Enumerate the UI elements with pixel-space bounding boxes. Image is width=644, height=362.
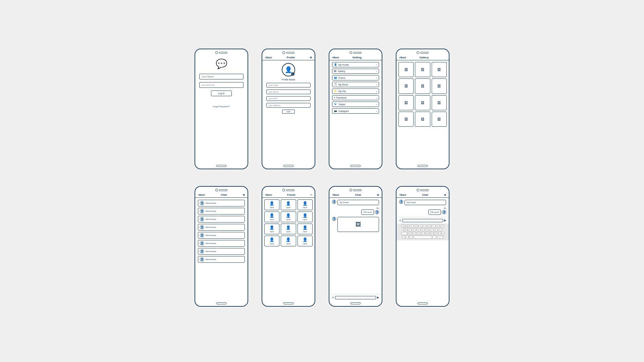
key-j[interactable]: J	[430, 228, 433, 231]
gallery-thumb-10[interactable]: 🖼	[398, 112, 414, 127]
settings-item-music[interactable]: 🎵 My Music »	[332, 82, 379, 87]
key-u[interactable]: U	[427, 225, 431, 228]
key-v[interactable]: V	[421, 232, 425, 235]
key-i[interactable]: I	[432, 225, 435, 228]
friend-item-7[interactable]: 👤 name	[264, 224, 279, 234]
back-button-4[interactable]: «Back	[399, 56, 406, 59]
gallery-thumb-4[interactable]: 🖼	[398, 78, 414, 94]
home-button-3[interactable]	[351, 165, 361, 167]
friend-item-12[interactable]: 👤 name	[298, 236, 313, 246]
home-button-2[interactable]	[283, 165, 293, 167]
settings-icon-8[interactable]: ✿	[444, 194, 446, 196]
gallery-thumb-5[interactable]: 🖼	[415, 78, 430, 94]
birth-field[interactable]	[266, 96, 311, 101]
key-m[interactable]: M	[434, 232, 438, 235]
key-a[interactable]: A	[404, 228, 407, 231]
key-y[interactable]: Y	[423, 225, 427, 228]
gallery-thumb-6[interactable]: 🖼	[432, 78, 447, 94]
gallery-thumb-8[interactable]: 🖼	[415, 95, 430, 110]
key-shift[interactable]: ↑	[401, 232, 407, 235]
chat-item-3[interactable]: 👤 friend name	[198, 216, 245, 223]
gallery-thumb-7[interactable]: 🖼	[398, 95, 414, 110]
back-button-8[interactable]: «Back	[399, 194, 406, 196]
key-b[interactable]: B	[425, 232, 429, 235]
key-q[interactable]: Q	[401, 225, 405, 228]
settings-item-instagram[interactable]: 📷 Instagram »	[332, 108, 379, 114]
forgot-password-link[interactable]: Forgot Password ?	[213, 106, 230, 108]
edit-avatar-badge[interactable]: ✎	[291, 72, 294, 76]
gallery-thumb-9[interactable]: 🖼	[432, 95, 447, 110]
friend-item-8[interactable]: 👤 name	[281, 224, 296, 234]
address-field[interactable]	[266, 103, 311, 108]
key-f[interactable]: F	[417, 228, 420, 231]
key-t[interactable]: T	[419, 225, 422, 228]
back-button-5[interactable]: «Back	[198, 194, 205, 196]
add-attachment-button-7[interactable]: +	[332, 296, 334, 299]
key-k[interactable]: K	[434, 228, 438, 231]
key-enter[interactable]: ↵	[437, 236, 443, 239]
save-button[interactable]: save	[282, 110, 295, 114]
key-h[interactable]: H	[425, 228, 429, 231]
key-d[interactable]: D	[412, 228, 416, 231]
friend-item-10[interactable]: 👤 name	[264, 236, 279, 246]
settings-icon-7[interactable]: ✿	[377, 194, 379, 196]
chat-item-6[interactable]: 👤 friend name	[198, 240, 245, 247]
settings-item-facebook[interactable]: f Facebook »	[332, 95, 379, 100]
settings-item-profile[interactable]: 👤 My Profile »	[332, 62, 379, 67]
login-button[interactable]: Log In	[211, 90, 231, 96]
gallery-thumb-2[interactable]: 🖼	[415, 62, 430, 77]
friend-item-4[interactable]: 👤 name	[264, 212, 279, 222]
password-input[interactable]: • • • • • • • • •	[199, 82, 244, 88]
friend-item-6[interactable]: 👤 name	[298, 212, 313, 222]
key-g[interactable]: G	[421, 228, 425, 231]
friend-item-9[interactable]: 👤 name	[298, 224, 313, 234]
back-button-7[interactable]: «Back	[332, 194, 339, 196]
key-z[interactable]: Z	[408, 232, 412, 235]
home-button-8[interactable]	[418, 302, 428, 304]
settings-item-friend[interactable]: 👥 Friend »	[332, 75, 379, 80]
friend-item-2[interactable]: 👤 name	[281, 199, 296, 210]
friend-item-3[interactable]: 👤 name	[298, 199, 313, 210]
chat-item-2[interactable]: 👤 friend name	[198, 208, 245, 215]
email-field[interactable]	[266, 83, 311, 87]
add-friend-button[interactable]: +	[311, 194, 312, 196]
friend-item-11[interactable]: 👤 name	[281, 236, 296, 246]
home-button-6[interactable]	[283, 302, 293, 304]
key-l[interactable]: L	[438, 228, 442, 231]
friend-item-5[interactable]: 👤 name	[281, 212, 296, 222]
gallery-thumb-12[interactable]: 🖼	[432, 112, 447, 127]
key-n[interactable]: N	[430, 232, 433, 235]
key-backspace[interactable]: ⌫	[438, 232, 444, 235]
settings-icon-2[interactable]: ✿	[310, 56, 312, 59]
key-numbers[interactable]: 123	[402, 236, 409, 239]
key-period[interactable]: .	[433, 236, 436, 239]
key-p[interactable]: P	[440, 225, 444, 228]
gallery-thumb-1[interactable]: 🖼	[398, 62, 414, 77]
chat-item-4[interactable]: 👤 friend name	[198, 224, 245, 231]
key-r[interactable]: R	[414, 225, 418, 228]
message-input-7[interactable]	[335, 296, 376, 299]
settings-item-twitter[interactable]: 🐦 Twitter »	[332, 102, 379, 107]
back-button-2[interactable]: «Back	[265, 56, 272, 59]
friend-item-1[interactable]: 👤 name	[264, 199, 279, 210]
home-button-5[interactable]	[216, 302, 226, 304]
settings-icon-5[interactable]: ✿	[243, 194, 245, 196]
home-button[interactable]	[216, 165, 226, 167]
home-button-4[interactable]	[418, 165, 428, 167]
send-button-7[interactable]: ▶	[377, 296, 379, 299]
username-input[interactable]	[199, 74, 244, 79]
chat-item-8[interactable]: 👤 friend name	[198, 256, 245, 263]
key-s[interactable]: S	[408, 228, 412, 231]
back-button-6[interactable]: «Back	[265, 194, 272, 196]
phone-field[interactable]	[266, 89, 311, 94]
chat-item-7[interactable]: 👤 friend name	[198, 248, 245, 255]
key-space[interactable]	[414, 236, 432, 239]
chat-item-1[interactable]: 👤 friend name	[198, 200, 245, 206]
key-w[interactable]: W	[406, 225, 409, 228]
settings-item-file[interactable]: 📁 My File »	[332, 88, 379, 94]
key-x[interactable]: X	[412, 232, 416, 235]
key-o[interactable]: O	[436, 225, 440, 228]
send-button-8[interactable]: ▶	[444, 219, 446, 222]
gallery-thumb-11[interactable]: 🖼	[415, 112, 430, 127]
home-button-7[interactable]	[351, 302, 361, 304]
